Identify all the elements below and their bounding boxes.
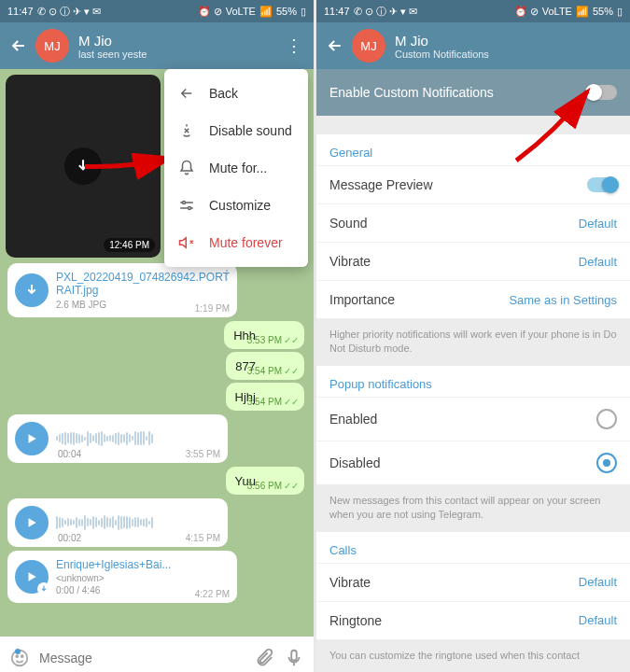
read-icon: ✓✓ bbox=[284, 366, 299, 376]
play-icon[interactable] bbox=[15, 422, 49, 455]
play-icon[interactable] bbox=[15, 506, 49, 539]
chat-screen: 11:47✆ ⊙ ⓘ ✈ ▾ ✉ ⏰ ⊘VoLTE📶55%▯ MJ M Jio … bbox=[0, 0, 314, 672]
emoji-icon[interactable] bbox=[7, 646, 32, 670]
status-time: 11:47 bbox=[7, 6, 34, 17]
file-message[interactable]: PXL_20220419_074826942.PORTRAIT.jpg 2.6 … bbox=[7, 263, 237, 317]
row-vibrate[interactable]: VibrateDefault bbox=[316, 242, 630, 280]
row-importance[interactable]: ImportanceSame as in Settings bbox=[316, 280, 630, 318]
play-icon[interactable] bbox=[15, 560, 49, 594]
avatar[interactable]: MJ bbox=[352, 29, 385, 63]
read-icon: ✓✓ bbox=[284, 397, 299, 407]
audio-artist: <unknown> bbox=[56, 573, 230, 583]
hint-general: Higher priority notifications will work … bbox=[316, 318, 630, 366]
customize-icon bbox=[177, 196, 196, 215]
audio-name: Enrique+Iglesias+Bai... bbox=[56, 558, 230, 571]
menu-mute-for[interactable]: Mute for... bbox=[164, 149, 308, 187]
menu-button[interactable]: ⋮ bbox=[282, 35, 306, 56]
mute-icon bbox=[177, 233, 196, 252]
menu-mute-forever[interactable]: Mute forever bbox=[164, 224, 308, 261]
status-net: ⏰ ⊘ bbox=[198, 6, 222, 18]
settings-title: M Jio bbox=[395, 33, 623, 49]
section-popup: Popup notifications Enabled Disabled bbox=[316, 366, 630, 484]
section-general: General Message Preview SoundDefault Vib… bbox=[316, 134, 630, 318]
back-button[interactable] bbox=[324, 35, 346, 57]
out-message[interactable]: Hjhj3:54 PM✓✓ bbox=[226, 383, 304, 411]
row-popup-enabled[interactable]: Enabled bbox=[316, 397, 630, 441]
voice-message[interactable]: 00:02 4:15 PM bbox=[7, 498, 228, 547]
bell-icon bbox=[177, 159, 196, 177]
out-message[interactable]: Yuu3:56 PM✓✓ bbox=[226, 467, 304, 495]
status-bar: 11:47✆ ⊙ ⓘ ✈ ▾ ✉ ⏰ ⊘VoLTE📶55%▯ bbox=[316, 0, 630, 22]
menu-customize[interactable]: Customize bbox=[164, 187, 308, 224]
row-calls-ringtone[interactable]: RingtoneDefault bbox=[316, 601, 630, 639]
svg-point-0 bbox=[183, 202, 186, 204]
waveform bbox=[56, 429, 220, 448]
header-info[interactable]: M Jio last seen yeste bbox=[78, 33, 282, 60]
svg-point-1 bbox=[189, 207, 191, 210]
row-popup-disabled[interactable]: Disabled bbox=[316, 441, 630, 484]
sound-off-icon bbox=[177, 121, 196, 140]
voice-message[interactable]: 00:04 3:55 PM bbox=[7, 414, 228, 463]
avatar[interactable]: MJ bbox=[35, 29, 69, 63]
radio-disabled[interactable] bbox=[596, 453, 617, 473]
svg-point-4 bbox=[21, 655, 23, 657]
status-icons: ✆ ⊙ ⓘ ✈ ▾ ✉ bbox=[37, 5, 101, 19]
settings-header: MJ M Jio Custom Notifications bbox=[316, 22, 630, 69]
chat-title: M Jio bbox=[78, 33, 282, 49]
status-bar: 11:47✆ ⊙ ⓘ ✈ ▾ ✉ ⏰ ⊘VoLTE📶55%▯ bbox=[0, 0, 314, 22]
menu-back[interactable]: Back bbox=[164, 75, 308, 112]
enable-label: Enable Custom Notifications bbox=[329, 85, 494, 100]
section-title: Popup notifications bbox=[316, 366, 630, 397]
hint-calls: You can customize the ringtone used when… bbox=[316, 639, 630, 672]
section-title: Calls bbox=[316, 532, 630, 563]
options-menu: Back Disable sound Mute for... Customize… bbox=[164, 69, 308, 267]
attach-icon[interactable] bbox=[254, 648, 276, 668]
waveform bbox=[56, 513, 220, 532]
settings-subtitle: Custom Notifications bbox=[395, 49, 623, 60]
chat-subtitle: last seen yeste bbox=[78, 49, 282, 60]
back-button[interactable] bbox=[7, 35, 30, 57]
svg-point-3 bbox=[16, 655, 18, 657]
read-icon: ✓✓ bbox=[284, 335, 299, 345]
download-icon[interactable] bbox=[15, 273, 49, 307]
row-message-preview[interactable]: Message Preview bbox=[316, 165, 630, 203]
row-calls-vibrate[interactable]: VibrateDefault bbox=[316, 563, 630, 601]
message-time: 12:46 PM bbox=[104, 238, 155, 252]
section-calls: Calls VibrateDefault RingtoneDefault bbox=[316, 532, 630, 639]
mic-icon[interactable] bbox=[284, 648, 306, 668]
settings-body: General Message Preview SoundDefault Vib… bbox=[316, 116, 630, 672]
file-name: PXL_20220419_074826942.PORTRAIT.jpg bbox=[56, 271, 230, 298]
out-message[interactable]: 8773:54 PM✓✓ bbox=[226, 352, 304, 380]
read-icon: ✓✓ bbox=[284, 481, 299, 491]
message-input[interactable] bbox=[39, 651, 246, 665]
out-message[interactable]: Hhh3:53 PM✓✓ bbox=[224, 321, 304, 349]
menu-disable-sound[interactable]: Disable sound bbox=[164, 112, 308, 149]
message-time: 1:19 PM bbox=[195, 303, 230, 314]
preview-toggle[interactable] bbox=[587, 177, 617, 192]
chat-header: MJ M Jio last seen yeste ⋮ bbox=[0, 22, 314, 69]
input-bar bbox=[0, 637, 314, 672]
more-icon[interactable]: ⋮ bbox=[220, 267, 233, 282]
audio-message[interactable]: Enrique+Iglesias+Bai... <unknown> 0:00 /… bbox=[7, 551, 237, 603]
hint-popup: New messages from this contact will appe… bbox=[316, 484, 630, 532]
row-sound[interactable]: SoundDefault bbox=[316, 203, 630, 242]
radio-enabled[interactable] bbox=[596, 409, 617, 429]
back-icon bbox=[177, 84, 196, 103]
svg-rect-5 bbox=[291, 651, 297, 661]
